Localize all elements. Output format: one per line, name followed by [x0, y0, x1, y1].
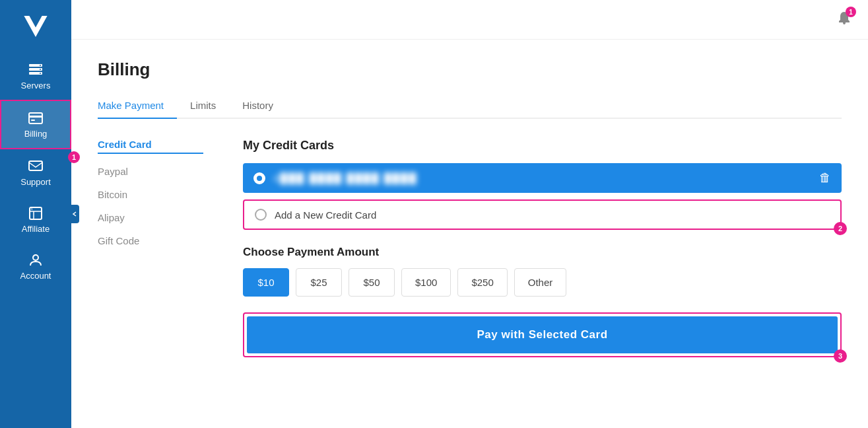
payment-method-alipay[interactable]: Alipay [98, 212, 203, 223]
amount-btn-100[interactable]: $100 [401, 268, 451, 297]
sidebar: Servers Billing 1 Support $ [0, 0, 71, 428]
pay-button-badge: 3 [834, 349, 847, 363]
amount-btn-25[interactable]: $25 [296, 268, 342, 297]
card-radio-selected [253, 172, 265, 184]
affiliate-icon: $ [28, 205, 44, 221]
sidebar-item-account[interactable]: Account [0, 243, 71, 290]
add-card-label: Add a New Credit Card [275, 209, 376, 221]
svg-marker-0 [24, 16, 47, 37]
svg-rect-10 [29, 161, 42, 170]
svg-point-6 [40, 73, 41, 74]
page-title: Billing [98, 59, 842, 80]
selected-credit-card-row[interactable]: 4███ ████ ████ ████ 🗑 [243, 163, 842, 193]
sidebar-item-affiliate[interactable]: $ Affiliate [0, 196, 71, 243]
svg-rect-9 [31, 120, 35, 121]
svg-rect-7 [29, 113, 42, 124]
card-left: 4███ ████ ████ ████ [253, 172, 417, 184]
amount-section-title: Choose Payment Amount [243, 246, 842, 259]
pay-with-selected-card-button[interactable]: Pay with Selected Card [247, 316, 838, 353]
logo [16, 7, 55, 46]
sidebar-item-affiliate-label: Affiliate [22, 224, 50, 234]
amount-btn-50[interactable]: $50 [349, 268, 395, 297]
payment-methods-list: Credit Card Paypal Bitcoin Alipay Gift C… [98, 139, 203, 357]
payment-right-panel: My Credit Cards 4███ ████ ████ ████ 🗑 Ad… [243, 139, 842, 357]
main-content: 1 Billing Make Payment Limits History Cr… [71, 0, 868, 428]
sidebar-item-servers-label: Servers [21, 81, 51, 90]
amount-btn-250[interactable]: $250 [457, 268, 507, 297]
payment-method-paypal[interactable]: Paypal [98, 166, 203, 177]
tab-limits[interactable]: Limits [190, 93, 229, 119]
card-number: 4███ ████ ████ ████ [273, 172, 417, 184]
billing-layout: Credit Card Paypal Bitcoin Alipay Gift C… [98, 139, 842, 357]
sidebar-item-support-label: Support [20, 177, 51, 187]
tab-history[interactable]: History [242, 93, 286, 119]
top-bar: 1 [71, 0, 868, 40]
svg-point-5 [40, 69, 41, 70]
sidebar-item-billing[interactable]: Billing 1 [0, 100, 71, 149]
payment-method-credit-card[interactable]: Credit Card [98, 139, 203, 154]
sidebar-item-support[interactable]: Support [0, 149, 71, 196]
svg-point-4 [40, 65, 41, 66]
sidebar-collapse-button[interactable] [70, 205, 79, 223]
sidebar-item-servers[interactable]: Servers [0, 53, 71, 100]
sidebar-item-account-label: Account [20, 271, 51, 281]
payment-method-gift-code[interactable]: Gift Code [98, 235, 203, 246]
notification-badge: 1 [846, 7, 856, 17]
add-card-badge: 2 [834, 222, 847, 235]
add-card-radio [255, 209, 267, 221]
radio-inner [257, 176, 262, 181]
svg-point-15 [33, 255, 38, 260]
vultr-logo-icon [20, 11, 51, 42]
page-body: Billing Make Payment Limits History Cred… [71, 40, 868, 428]
support-icon [28, 159, 44, 174]
payment-method-bitcoin[interactable]: Bitcoin [98, 189, 203, 200]
tab-make-payment[interactable]: Make Payment [98, 93, 177, 119]
chevron-left-icon [71, 211, 78, 217]
tabs-bar: Make Payment Limits History [98, 93, 842, 119]
amount-btn-10[interactable]: $10 [243, 268, 289, 297]
amount-buttons-group: $10 $25 $50 $100 $250 Other [243, 268, 842, 297]
delete-card-icon[interactable]: 🗑 [819, 171, 831, 185]
sidebar-item-billing-label: Billing [24, 129, 48, 139]
notification-button[interactable]: 1 [834, 8, 855, 31]
add-new-card-row[interactable]: Add a New Credit Card 2 [243, 199, 842, 230]
svg-rect-8 [29, 116, 42, 118]
amount-btn-other[interactable]: Other [514, 268, 567, 297]
account-icon [28, 252, 44, 268]
credit-cards-section-title: My Credit Cards [243, 139, 842, 153]
pay-button-wrapper: Pay with Selected Card 3 [243, 312, 842, 357]
billing-icon [28, 110, 44, 126]
servers-icon [28, 62, 44, 78]
